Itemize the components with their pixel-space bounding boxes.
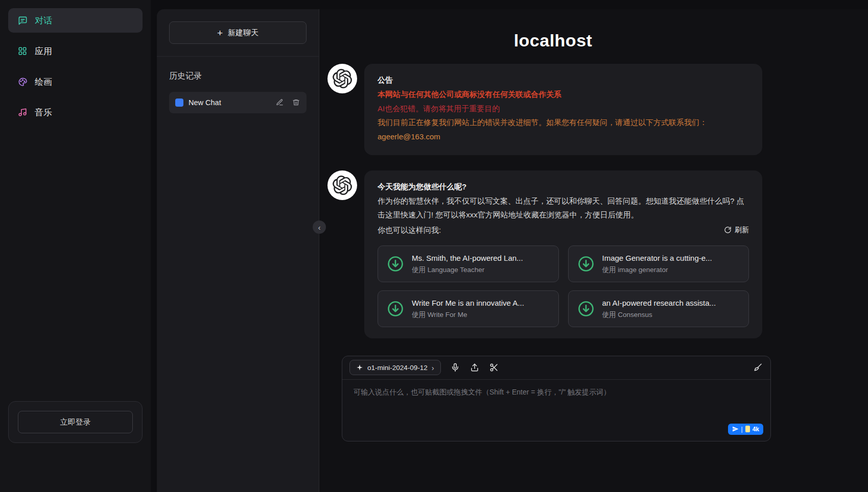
mic-icon	[451, 363, 460, 372]
delete-icon[interactable]	[292, 99, 300, 107]
welcome-bubble: 今天我能为您做些什么呢? 作为你的智慧伙伴，我不仅可以写文案、出点子，还可以和你…	[364, 170, 762, 338]
download-circle-icon	[577, 300, 595, 318]
assistant-avatar	[327, 170, 357, 200]
suggestion-card[interactable]: Ms. Smith, the AI-powered Lan... 使用 Lang…	[378, 245, 559, 282]
send-icon	[732, 426, 739, 432]
chat-avatar-square	[175, 99, 183, 107]
workspace: + 新建聊天 历史记录 New Chat ‹ localhost	[157, 9, 868, 492]
chat-bubble-icon	[17, 15, 28, 26]
scissors-icon	[489, 363, 499, 372]
sidebar-item-apps[interactable]: 应用	[8, 39, 143, 63]
sidebar-item-label: 应用	[35, 45, 52, 57]
chat-list-item[interactable]: New Chat	[169, 92, 307, 113]
suggestion-card[interactable]: Write For Me is an innovative A... 使用 Wr…	[378, 290, 559, 327]
sidebar-item-music[interactable]: 音乐	[8, 100, 143, 125]
chevron-right-icon: ›	[432, 363, 434, 372]
message-input[interactable]	[342, 380, 770, 441]
upload-button[interactable]	[470, 362, 480, 373]
sidebar-nav: 对话 应用 绘画 音乐	[8, 8, 143, 401]
music-note-icon	[17, 107, 28, 117]
chat-main: localhost 公告 本网站与任何其他公司或商标没有任何关联或合作关系 AI…	[319, 9, 868, 492]
suggestion-card[interactable]: an AI-powered research assista... 使用 Con…	[568, 290, 749, 327]
suggestion-title: Ms. Smith, the AI-powered Lan...	[412, 253, 523, 263]
announcement-message: 公告 本网站与任何其他公司或商标没有任何关联或合作关系 AI也会犯错。请勿将其用…	[319, 64, 787, 155]
apps-grid-icon	[17, 46, 28, 56]
welcome-body: 作为你的智慧伙伴，我不仅可以写文案、出点子，还可以和你聊天、回答问题。想知道我还…	[378, 194, 749, 223]
suggestion-subtitle: 使用 Consensus	[602, 310, 716, 319]
suggestion-subtitle: 使用 image generator	[602, 265, 712, 275]
openai-logo-icon	[333, 176, 352, 195]
hint-row: 你也可以这样问我: 刷新	[378, 223, 749, 237]
announcement-line2: AI也会犯错。请勿将其用于重要目的	[378, 102, 749, 116]
sidebar-item-label: 音乐	[35, 107, 52, 118]
suggestion-title: an AI-powered research assista...	[602, 298, 716, 308]
mic-button[interactable]	[450, 362, 460, 373]
sidebar-item-drawing[interactable]: 绘画	[8, 69, 143, 94]
refresh-button[interactable]: 刷新	[724, 224, 749, 237]
history-heading: 历史记录	[169, 71, 307, 82]
upload-icon	[470, 363, 479, 372]
download-circle-icon	[386, 255, 405, 273]
badge-divider: |	[741, 426, 743, 433]
suggestion-subtitle: 使用 Language Teacher	[412, 265, 523, 275]
composer-toolbar: o1-mini-2024-09-12 ›	[342, 356, 770, 380]
suggestion-card[interactable]: Image Generator is a cutting-e... 使用 ima…	[568, 245, 749, 282]
broom-icon	[754, 363, 763, 372]
token-count: 4k	[753, 426, 759, 433]
download-circle-icon	[577, 255, 595, 273]
suggestion-title: Write For Me is an innovative A...	[412, 298, 524, 308]
refresh-label: 刷新	[735, 224, 749, 237]
assistant-avatar	[327, 64, 357, 93]
welcome-title: 今天我能为您做些什么呢?	[378, 180, 749, 194]
composer: o1-mini-2024-09-12 ›	[342, 356, 771, 441]
login-panel: 立即登录	[8, 401, 143, 443]
sparkle-icon	[356, 364, 363, 371]
screenshot-button[interactable]	[489, 362, 499, 373]
refresh-icon	[724, 226, 732, 234]
chat-scroll-area: localhost 公告 本网站与任何其他公司或商标没有任何关联或合作关系 AI…	[319, 9, 787, 354]
openai-logo-icon	[333, 69, 352, 88]
sidebar-item-chat[interactable]: 对话	[8, 8, 143, 33]
announcement-line1: 本网站与任何其他公司或商标没有任何关联或合作关系	[378, 87, 749, 102]
download-circle-icon	[386, 300, 405, 318]
send-token-badge[interactable]: | 4k	[728, 424, 763, 435]
sidebar-collapse-button[interactable]: ‹	[313, 220, 326, 234]
composer-input-area: | 4k	[342, 380, 770, 441]
suggestion-text: Write For Me is an innovative A... 使用 Wr…	[412, 298, 524, 319]
edit-icon[interactable]	[276, 99, 284, 107]
token-icon	[745, 426, 750, 432]
clear-context-button[interactable]	[753, 362, 763, 373]
sidebar-item-label: 绘画	[35, 76, 52, 88]
welcome-message: 今天我能为您做些什么呢? 作为你的智慧伙伴，我不仅可以写文案、出点子，还可以和你…	[319, 170, 787, 338]
suggestion-subtitle: 使用 Write For Me	[412, 310, 524, 319]
suggestion-text: Image Generator is a cutting-e... 使用 ima…	[602, 253, 712, 275]
page-title: localhost	[319, 31, 787, 51]
ask-hint: 你也可以这样问我:	[378, 223, 441, 237]
announcement-bubble: 公告 本网站与任何其他公司或商标没有任何关联或合作关系 AI也会犯错。请勿将其用…	[364, 64, 762, 155]
suggestion-text: an AI-powered research assista... 使用 Con…	[602, 298, 716, 319]
login-button[interactable]: 立即登录	[18, 411, 133, 433]
chat-list-panel: + 新建聊天 历史记录 New Chat	[157, 9, 319, 492]
suggestion-text: Ms. Smith, the AI-powered Lan... 使用 Lang…	[412, 253, 523, 275]
collapse-icon: ‹	[318, 223, 321, 232]
model-selector[interactable]: o1-mini-2024-09-12 ›	[349, 360, 441, 375]
list-divider	[157, 56, 319, 57]
suggestion-title: Image Generator is a cutting-e...	[602, 253, 712, 263]
plus-icon: +	[217, 28, 223, 38]
model-name: o1-mini-2024-09-12	[367, 364, 428, 372]
announcement-line3: 我们目前正在修复我们网站上的错误并改进细节。如果您有任何疑问，请通过以下方式联系…	[378, 115, 749, 130]
suggestion-grid: Ms. Smith, the AI-powered Lan... 使用 Lang…	[378, 245, 749, 327]
contact-email-link[interactable]: ageerle@163.com	[378, 130, 440, 144]
sidebar: 对话 应用 绘画 音乐 立即登录	[0, 0, 151, 492]
new-chat-label: 新建聊天	[228, 28, 259, 38]
new-chat-button[interactable]: + 新建聊天	[169, 21, 307, 44]
announcement-title: 公告	[378, 73, 749, 87]
palette-icon	[17, 77, 28, 87]
sidebar-item-label: 对话	[35, 15, 52, 27]
chat-item-title: New Chat	[189, 99, 268, 107]
